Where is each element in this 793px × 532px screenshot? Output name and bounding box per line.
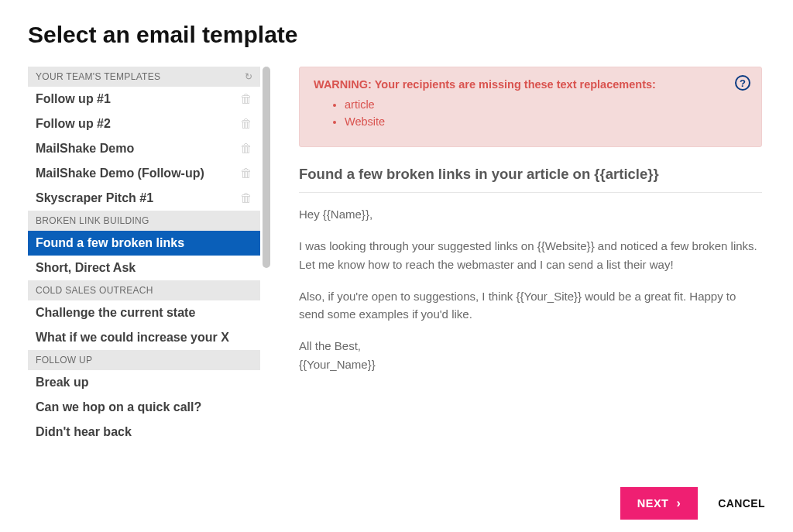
- email-paragraph: Hey {{Name}},: [299, 205, 762, 223]
- next-button[interactable]: NEXT›: [620, 487, 699, 520]
- chevron-right-icon: ›: [676, 496, 681, 510]
- warning-list-item: article: [345, 98, 747, 111]
- template-group-header: YOUR TEAM'S TEMPLATES↻: [28, 67, 260, 87]
- template-preview: WARNING: Your recipients are missing the…: [299, 67, 765, 472]
- template-item[interactable]: Didn't hear back: [28, 420, 260, 437]
- template-item[interactable]: Can we hop on a quick call?: [28, 395, 260, 420]
- template-item-label: Challenge the current state: [36, 306, 195, 320]
- email-subject: Found a few broken links in your article…: [299, 166, 762, 193]
- template-item-label: MailShake Demo (Follow-up): [36, 166, 204, 180]
- trash-icon[interactable]: 🗑: [240, 191, 252, 205]
- template-item-label: Found a few broken links: [36, 236, 184, 250]
- template-group-header: COLD SALES OUTREACH: [28, 280, 260, 300]
- template-item-label: Didn't hear back: [36, 425, 132, 437]
- template-item-label: Short, Direct Ask: [36, 261, 136, 275]
- trash-icon[interactable]: 🗑: [240, 117, 252, 131]
- footer: NEXT› CANCEL: [28, 472, 765, 520]
- email-paragraph: All the Best,{{Your_Name}}: [299, 337, 762, 373]
- template-item[interactable]: MailShake Demo🗑: [28, 136, 260, 161]
- warning-title: WARNING: Your recipients are missing the…: [314, 78, 747, 91]
- trash-icon[interactable]: 🗑: [240, 166, 252, 180]
- email-paragraph: Also, if you're open to suggestions, I t…: [299, 287, 762, 324]
- next-label: NEXT: [637, 497, 669, 510]
- template-group-header: BROKEN LINK BUILDING: [28, 211, 260, 231]
- warning-list-item: Website: [345, 115, 747, 128]
- group-label: FOLLOW UP: [36, 355, 92, 366]
- scrollbar-thumb[interactable]: [263, 67, 270, 268]
- template-item-label: Follow up #2: [36, 117, 111, 131]
- trash-icon[interactable]: 🗑: [240, 92, 252, 106]
- group-label: YOUR TEAM'S TEMPLATES: [36, 71, 160, 82]
- template-item[interactable]: Follow up #2🗑: [28, 112, 260, 136]
- template-item-label: Follow up #1: [36, 92, 111, 106]
- warning-panel: WARNING: Your recipients are missing the…: [299, 67, 762, 147]
- page-title: Select an email template: [28, 22, 765, 48]
- help-icon[interactable]: ?: [735, 75, 750, 91]
- template-item[interactable]: Skyscraper Pitch #1🗑: [28, 186, 260, 211]
- group-label: COLD SALES OUTREACH: [36, 285, 153, 296]
- cancel-button[interactable]: CANCEL: [718, 497, 765, 510]
- template-item-label: Can we hop on a quick call?: [36, 400, 201, 414]
- template-item[interactable]: MailShake Demo (Follow-up)🗑: [28, 161, 260, 186]
- template-group-header: FOLLOW UP: [28, 350, 260, 370]
- template-item[interactable]: Follow up #1🗑: [28, 87, 260, 112]
- email-body: Hey {{Name}},I was looking through your …: [299, 205, 762, 373]
- template-item[interactable]: What if we could increase your X: [28, 325, 260, 350]
- group-label: BROKEN LINK BUILDING: [36, 215, 149, 226]
- trash-icon[interactable]: 🗑: [240, 142, 252, 156]
- refresh-icon[interactable]: ↻: [245, 71, 252, 82]
- template-item-label: Skyscraper Pitch #1: [36, 191, 153, 205]
- template-item[interactable]: Found a few broken links: [28, 231, 260, 256]
- template-item-label: MailShake Demo: [36, 142, 134, 156]
- template-item[interactable]: Break up: [28, 370, 260, 395]
- template-item-label: Break up: [36, 376, 88, 390]
- template-item[interactable]: Challenge the current state: [28, 300, 260, 325]
- template-sidebar: YOUR TEAM'S TEMPLATES↻Follow up #1🗑Follo…: [28, 67, 273, 437]
- template-item-label: What if we could increase your X: [36, 331, 229, 345]
- sidebar-scrollbar[interactable]: [260, 67, 273, 437]
- template-item[interactable]: Short, Direct Ask: [28, 256, 260, 280]
- warning-list: articleWebsite: [345, 98, 747, 128]
- email-paragraph: I was looking through your suggested lin…: [299, 237, 762, 273]
